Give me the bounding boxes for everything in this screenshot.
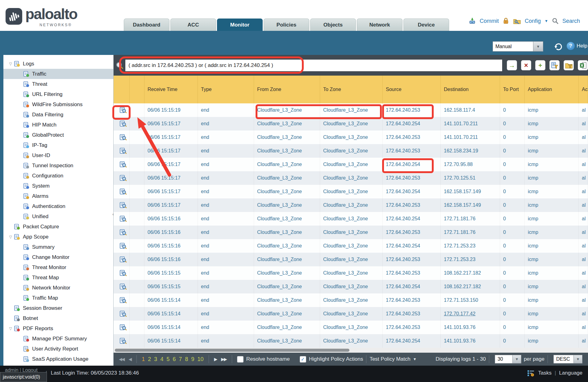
to-zone-cell[interactable]: Cloudflare_L3_Zone xyxy=(320,131,383,144)
action-cell[interactable]: al xyxy=(579,171,588,185)
to-port-cell[interactable]: 0 xyxy=(500,321,525,334)
apply-filter-icon[interactable]: → xyxy=(507,60,517,70)
sidebar-item[interactable]: Alarms xyxy=(3,191,113,201)
page-number[interactable]: 9 xyxy=(191,356,194,363)
source-cell[interactable]: 172.64.240.254 xyxy=(383,212,441,226)
table-row[interactable]: 06/06 15:15:15 end Cloudflare_L3_Zone Cl… xyxy=(114,280,588,293)
test-policy-match-caret-icon[interactable]: ▼ xyxy=(413,357,417,361)
action-cell[interactable]: al xyxy=(579,158,588,171)
source-cell[interactable]: 172.64.240.253 xyxy=(383,144,441,158)
sidebar-item[interactable]: Threat Map xyxy=(3,272,113,283)
action-cell[interactable]: al xyxy=(579,212,588,226)
column-header-action[interactable]: Ac xyxy=(579,76,588,103)
sidebar-item[interactable]: Traffic xyxy=(3,69,113,79)
commit-icon[interactable] xyxy=(469,17,476,25)
to-port-cell[interactable]: 0 xyxy=(500,226,525,239)
prev-page-icon[interactable]: ◀ xyxy=(127,357,134,362)
page-number[interactable]: 4 xyxy=(160,356,163,363)
refresh-mode-value[interactable]: Manual xyxy=(493,41,533,52)
source-cell[interactable]: 172.64.240.253 xyxy=(383,131,441,144)
table-row[interactable]: 06/06 15:15:16 end Cloudflare_L3_Zone Cl… xyxy=(114,212,588,226)
destination-cell[interactable]: 141.101.70.211 xyxy=(441,117,500,131)
tab-monitor[interactable]: Monitor xyxy=(217,19,263,31)
destination-cell[interactable]: 172.71.181.76 xyxy=(441,212,500,226)
to-zone-cell[interactable]: Cloudflare_L3_Zone xyxy=(320,293,383,307)
destination-cell[interactable]: 172.71.181.76 xyxy=(441,226,500,239)
table-row[interactable]: 06/06 15:15:17 end Cloudflare_L3_Zone Cl… xyxy=(114,117,588,131)
destination-cell[interactable]: 162.158.234.19 xyxy=(441,144,500,158)
source-cell[interactable]: 172.64.240.254 xyxy=(383,185,441,198)
filter-builder-icon[interactable] xyxy=(549,60,560,70)
to-port-cell[interactable]: 0 xyxy=(500,158,525,171)
source-cell[interactable]: 172.64.240.253 xyxy=(383,321,441,334)
application-cell[interactable]: icmp xyxy=(525,198,579,212)
table-row[interactable]: 06/06 15:15:16 end Cloudflare_L3_Zone Cl… xyxy=(114,253,588,266)
sidebar-item[interactable]: Unified xyxy=(3,211,113,222)
tab-objects[interactable]: Objects xyxy=(310,19,356,31)
action-cell[interactable]: al xyxy=(579,239,588,253)
sidebar-item[interactable]: WildFire Submissions xyxy=(3,99,113,110)
sidebar-item[interactable]: Packet Capture xyxy=(3,222,113,232)
action-cell[interactable]: al xyxy=(579,307,588,321)
application-cell[interactable]: icmp xyxy=(525,253,579,266)
application-cell[interactable]: icmp xyxy=(525,226,579,239)
source-cell[interactable]: 172.64.240.254 xyxy=(383,158,441,171)
next-page-icon[interactable]: ▶ xyxy=(212,357,219,362)
to-port-cell[interactable]: 0 xyxy=(500,212,525,226)
to-zone-cell[interactable]: Cloudflare_L3_Zone xyxy=(320,185,383,198)
log-detail-icon[interactable] xyxy=(119,121,127,127)
clear-filter-icon[interactable]: × xyxy=(521,60,531,70)
sidebar-item[interactable]: Authentication xyxy=(3,201,113,211)
language-link[interactable]: Language xyxy=(559,370,582,376)
column-header-blank[interactable] xyxy=(130,76,144,103)
sidebar-item[interactable]: URL Filtering xyxy=(3,89,113,99)
sidebar-item[interactable]: Configuration xyxy=(3,171,113,181)
to-zone-cell[interactable]: Cloudflare_L3_Zone xyxy=(320,239,383,253)
table-row[interactable]: 06/06 15:15:14 end Cloudflare_L3_Zone Cl… xyxy=(114,321,588,334)
table-row[interactable]: 06/06 15:15:17 end Cloudflare_L3_Zone Cl… xyxy=(114,171,588,185)
per-page-value[interactable]: 30 xyxy=(495,355,513,363)
column-header-to-port[interactable]: To Port xyxy=(500,76,525,103)
source-cell[interactable]: 172.64.240.254 xyxy=(383,117,441,131)
expand-triangle-icon[interactable]: ▽ xyxy=(7,62,14,66)
sidebar-item[interactable]: Threat Monitor xyxy=(3,262,113,272)
tasks-link[interactable]: Tasks xyxy=(538,370,551,376)
application-cell[interactable]: icmp xyxy=(525,185,579,198)
action-cell[interactable]: al xyxy=(579,226,588,239)
table-row[interactable]: 06/06 15:15:17 end Cloudflare_L3_Zone Cl… xyxy=(114,158,588,171)
log-detail-icon[interactable] xyxy=(119,297,127,303)
help-icon[interactable]: ? xyxy=(567,42,575,50)
source-cell[interactable]: 172.64.240.253 xyxy=(383,103,441,117)
table-row[interactable]: 06/06 15:15:16 end Cloudflare_L3_Zone Cl… xyxy=(114,226,588,239)
source-cell[interactable]: 172.64.240.253 xyxy=(383,307,441,321)
tab-network[interactable]: Network xyxy=(357,19,402,31)
sidebar-item[interactable]: Tunnel Inspection xyxy=(3,160,113,171)
destination-cell[interactable]: 172.70.95.88 xyxy=(441,158,500,171)
sidebar-item[interactable]: ▽ App Scope xyxy=(3,232,113,242)
log-detail-icon[interactable] xyxy=(119,161,127,168)
to-zone-cell[interactable]: Cloudflare_L3_Zone xyxy=(320,226,383,239)
sort-order-caret-icon[interactable]: ▼ xyxy=(574,355,582,363)
source-cell[interactable]: 172.64.240.253 xyxy=(383,198,441,212)
sort-order-value[interactable]: DESC xyxy=(553,355,574,363)
column-header-to-zone[interactable]: To Zone xyxy=(320,76,383,103)
load-filter-icon[interactable] xyxy=(564,60,574,70)
log-detail-icon[interactable] xyxy=(119,338,127,344)
to-port-cell[interactable]: 0 xyxy=(500,131,525,144)
from-zone-cell[interactable]: Cloudflare_L3_Zone xyxy=(254,171,320,185)
application-cell[interactable]: icmp xyxy=(525,212,579,226)
sort-order-select[interactable]: DESC ▼ xyxy=(553,355,582,363)
sidebar-item[interactable]: ▽ Logs xyxy=(3,59,113,69)
to-zone-cell[interactable]: Cloudflare_L3_Zone xyxy=(320,144,383,158)
from-zone-cell[interactable]: Cloudflare_L3_Zone xyxy=(254,334,320,348)
tab-device[interactable]: Device xyxy=(403,19,449,31)
source-cell[interactable]: 172.64.240.253 xyxy=(383,226,441,239)
log-detail-icon[interactable] xyxy=(119,311,127,317)
from-zone-cell[interactable]: Cloudflare_L3_Zone xyxy=(254,266,320,280)
to-zone-cell[interactable]: Cloudflare_L3_Zone xyxy=(320,171,383,185)
application-cell[interactable]: icmp xyxy=(525,171,579,185)
sidebar-item[interactable]: SaaS Application Usage xyxy=(3,354,113,364)
refresh-mode-select[interactable]: Manual ▼ xyxy=(493,41,543,52)
destination-cell[interactable]: 172.70.177.42 xyxy=(441,307,500,321)
export-to-csv-icon[interactable] xyxy=(578,60,588,70)
